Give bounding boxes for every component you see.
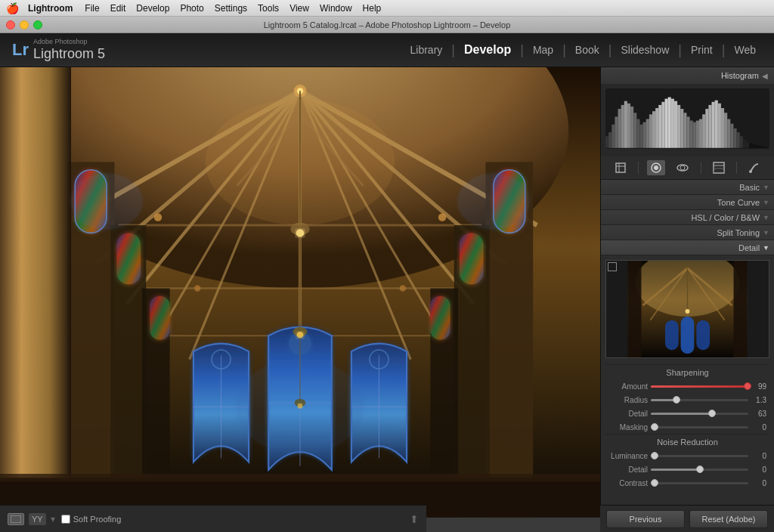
detail-thumbnail	[605, 260, 769, 358]
basic-panel-row[interactable]: Basic ▼	[601, 180, 774, 195]
svg-rect-70	[618, 109, 621, 148]
svg-rect-83	[658, 105, 661, 148]
svg-point-51	[296, 229, 304, 237]
sharpening-radius-row: Radius 1.3	[605, 393, 769, 407]
split-toning-label: Split Toning	[605, 228, 760, 237]
nav-print[interactable]: Print	[685, 41, 719, 59]
split-toning-panel-row[interactable]: Split Toning ▼	[601, 225, 774, 240]
menu-settings[interactable]: Settings	[215, 3, 247, 14]
photo-canvas[interactable]	[0, 67, 600, 521]
svg-point-21	[438, 213, 446, 221]
svg-rect-75	[633, 113, 636, 148]
hsl-arrow-icon: ▼	[763, 214, 769, 221]
soft-proofing-checkbox[interactable]	[61, 515, 70, 524]
svg-rect-97	[702, 114, 705, 147]
svg-rect-139	[696, 320, 710, 350]
window-title: Lightroom 5 Catalog.lrcat – Adobe Photos…	[264, 20, 511, 29]
nav-map[interactable]: Map	[527, 41, 559, 59]
masking-slider[interactable]	[651, 426, 748, 428]
svg-rect-111	[746, 141, 749, 147]
logo-area: Lr Adobe Photoshop Lightroom 5	[12, 38, 105, 62]
svg-rect-110	[743, 139, 746, 147]
spot-heal-tool-icon[interactable]	[647, 160, 665, 175]
svg-rect-80	[649, 114, 652, 147]
bottom-right: ⬆	[410, 512, 419, 526]
amount-value: 99	[751, 382, 766, 391]
nav-book[interactable]: Book	[569, 41, 605, 59]
svg-rect-102	[718, 104, 721, 148]
svg-rect-90	[680, 109, 683, 148]
redeye-tool-icon[interactable]	[673, 160, 692, 175]
graduated-filter-icon[interactable]	[710, 160, 728, 175]
svg-rect-64	[11, 515, 21, 523]
radius-thumb[interactable]	[673, 396, 680, 404]
menu-file[interactable]: File	[85, 3, 99, 14]
contrast-thumb[interactable]	[651, 479, 658, 487]
nr-detail-slider[interactable]	[651, 469, 748, 471]
noise-reduction-label: Noise Reduction	[605, 434, 769, 449]
minimize-button[interactable]	[20, 20, 29, 29]
svg-rect-35	[150, 296, 170, 339]
menu-edit[interactable]: Edit	[110, 3, 126, 14]
nav-slideshow[interactable]: Slideshow	[615, 41, 675, 59]
maximize-button[interactable]	[33, 20, 42, 29]
svg-rect-104	[724, 113, 727, 148]
masking-thumb[interactable]	[651, 423, 658, 431]
menu-window[interactable]: Window	[320, 3, 352, 14]
svg-point-61	[458, 174, 529, 229]
previous-button[interactable]: Previous	[606, 510, 685, 528]
adjustment-brush-icon[interactable]	[745, 160, 763, 175]
hsl-panel-row[interactable]: HSL / Color / B&W ▼	[601, 210, 774, 225]
dropdown-arrow-icon[interactable]: ▾	[51, 514, 55, 524]
svg-rect-109	[740, 136, 743, 148]
cathedral-image	[0, 67, 600, 518]
nav-library[interactable]: Library	[404, 41, 449, 59]
view-mode-button[interactable]	[8, 513, 24, 525]
menu-develop[interactable]: Develop	[136, 3, 169, 14]
luminance-slider[interactable]	[651, 455, 748, 457]
close-button[interactable]	[6, 20, 15, 29]
detail-panel-row[interactable]: Detail ▼	[601, 240, 774, 255]
tone-curve-panel-row[interactable]: Tone Curve ▼	[601, 195, 774, 210]
histogram-label: Histogram	[607, 71, 759, 80]
window-controls	[6, 20, 42, 29]
menu-photo[interactable]: Photo	[180, 3, 203, 14]
detail-slider[interactable]	[651, 413, 748, 415]
image-area: YY ▾ Soft Proofing ⬆	[0, 67, 600, 532]
radius-slider[interactable]	[651, 399, 748, 401]
bottom-toolbar: YY ▾ Soft Proofing ⬆	[0, 505, 426, 532]
nr-detail-thumb[interactable]	[696, 466, 704, 473]
menu-view[interactable]: View	[289, 3, 309, 14]
sharpening-amount-row: Amount 99	[605, 379, 769, 393]
svg-rect-81	[652, 111, 655, 148]
app-name[interactable]: Lightroom	[28, 3, 73, 14]
crop-tool-icon[interactable]	[611, 160, 630, 175]
svg-rect-39	[430, 296, 450, 339]
nav-develop[interactable]: Develop	[458, 40, 517, 60]
reset-button[interactable]: Reset (Adobe)	[689, 510, 768, 528]
logo-text: Adobe Photoshop Lightroom 5	[33, 38, 105, 62]
vy-selector[interactable]: YY	[29, 513, 46, 525]
histogram-panel-header[interactable]: Histogram ◀	[601, 67, 774, 84]
luminance-label: Luminance	[608, 452, 648, 460]
apple-menu[interactable]: 🍎	[6, 2, 19, 14]
histogram-chart	[605, 88, 769, 149]
thumbnail-indicator[interactable]	[608, 262, 617, 271]
amount-thumb[interactable]	[744, 382, 751, 390]
menu-help[interactable]: Help	[363, 3, 382, 14]
logo-subtitle: Adobe Photoshop	[33, 38, 105, 46]
svg-rect-76	[636, 119, 639, 148]
luminance-thumb[interactable]	[651, 452, 658, 459]
expand-icon[interactable]: ⬆	[410, 513, 419, 525]
sharpening-label: Sharpening	[605, 364, 769, 379]
contrast-slider[interactable]	[651, 482, 748, 484]
right-panel: Histogram ◀	[600, 67, 774, 532]
svg-rect-115	[759, 146, 762, 148]
amount-slider[interactable]	[651, 385, 748, 388]
menu-tools[interactable]: Tools	[258, 3, 279, 14]
nav-web[interactable]: Web	[728, 41, 762, 59]
detail-thumb[interactable]	[708, 410, 716, 417]
svg-point-62	[237, 360, 363, 454]
title-bar: Lightroom 5 Catalog.lrcat – Adobe Photos…	[0, 17, 774, 33]
svg-rect-106	[730, 124, 733, 148]
